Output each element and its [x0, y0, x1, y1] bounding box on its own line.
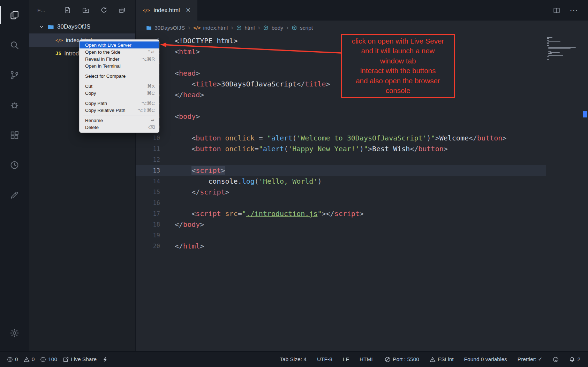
- code-line-9: 9: [136, 122, 546, 133]
- overview-ruler-marker[interactable]: [583, 111, 587, 117]
- smiley-icon: [553, 357, 559, 362]
- status-lightning[interactable]: [102, 357, 108, 362]
- breadcrumb-label: body: [271, 25, 283, 31]
- activity-bar-item-history[interactable]: [0, 150, 29, 180]
- status-warnings[interactable]: 0: [24, 356, 35, 362]
- status-errors[interactable]: 0: [7, 356, 18, 362]
- breadcrumb-label: script: [300, 25, 313, 31]
- status-text: UTF-8: [317, 356, 332, 362]
- line-content: <button onclick = "alert('Welcome to 30D…: [175, 133, 506, 144]
- split-editor-icon[interactable]: [553, 7, 560, 14]
- menu-item-copy[interactable]: Copy⌘C: [80, 90, 159, 97]
- html-file-icon: </>: [143, 8, 150, 13]
- status-notifications[interactable]: 2: [569, 356, 580, 362]
- breadcrumb: 30DaysOfJS›</>index.html›html›body›scrip…: [136, 21, 588, 35]
- code-line-7: 7: [136, 100, 546, 111]
- activity-bar-item-search[interactable]: [0, 30, 29, 60]
- code-line-8: 8<body>: [136, 111, 546, 122]
- status-eol[interactable]: LF: [343, 356, 349, 362]
- chevron-down-icon: [39, 24, 44, 30]
- menu-item-label: Open to the Side: [85, 49, 141, 55]
- menu-item-label: Delete: [85, 125, 143, 130]
- menu-item-shortcut: ⌃↵: [147, 49, 155, 55]
- tree-root-folder[interactable]: 30DaysOfJS: [29, 20, 135, 33]
- tab-bar: </> index.html × ⋯: [136, 0, 588, 21]
- root-folder-label: 30DaysOfJS: [57, 23, 90, 30]
- code-line-14: 14 console.log('Hello, World'): [136, 176, 546, 187]
- sidebar-toolbar: [64, 7, 126, 14]
- menu-item-label: Copy: [85, 91, 141, 96]
- live-share-icon: [63, 357, 69, 362]
- collapse-all-icon[interactable]: [119, 7, 126, 14]
- menu-item-shortcut: ⌥⌘R: [141, 56, 155, 62]
- status-encoding[interactable]: UTF-8: [317, 356, 332, 362]
- status-eslint[interactable]: ESLint: [430, 356, 454, 362]
- menu-item-open-to-the-side[interactable]: Open to the Side⌃↵: [80, 48, 159, 55]
- code-line-18: 18</body>: [136, 219, 546, 230]
- status-live-share[interactable]: Live Share: [63, 356, 97, 362]
- annotation-line: and it will launch a new: [342, 46, 454, 56]
- breadcrumb-html[interactable]: html: [236, 25, 255, 31]
- source-control-icon: [9, 70, 20, 80]
- line-number: 11: [136, 144, 160, 154]
- editor-actions: ⋯: [553, 0, 588, 21]
- status-text: ESLint: [438, 356, 454, 362]
- new-folder-icon[interactable]: [82, 7, 89, 14]
- status-variables[interactable]: Found 0 variables: [464, 356, 507, 362]
- debug-icon: [9, 100, 20, 110]
- html-file-icon: </>: [55, 38, 62, 43]
- bell-icon: [569, 357, 575, 362]
- status-prettier[interactable]: Prettier: ✓: [518, 356, 543, 362]
- menu-item-shortcut: ⌫: [148, 124, 155, 130]
- menu-item-delete[interactable]: Delete⌫: [80, 124, 159, 131]
- menu-item-copy-relative-path[interactable]: Copy Relative Path⌥⇧⌘C: [80, 107, 159, 114]
- breadcrumb-index-html[interactable]: </>index.html: [193, 25, 228, 31]
- menu-separator: [83, 115, 156, 115]
- error-icon: [7, 357, 13, 362]
- status-text: 100: [48, 356, 57, 362]
- line-number: 10: [136, 133, 160, 144]
- menu-item-reveal-in-finder[interactable]: Reveal in Finder⌥⌘R: [80, 55, 159, 62]
- breadcrumb-label: 30DaysOfJS: [154, 25, 185, 31]
- refresh-icon[interactable]: [100, 7, 107, 14]
- breadcrumb-script[interactable]: script: [292, 25, 313, 31]
- activity-bar-item-extensions[interactable]: [0, 120, 29, 150]
- breadcrumb-label: index.html: [203, 25, 228, 31]
- menu-item-rename[interactable]: Rename↵: [80, 117, 159, 124]
- explorer-icon: [9, 10, 20, 20]
- activity-bar-item-settings[interactable]: [0, 318, 29, 348]
- breadcrumb-body[interactable]: body: [263, 25, 283, 31]
- breadcrumb-label: html: [244, 25, 255, 31]
- tab-close-icon[interactable]: ×: [186, 6, 190, 14]
- menu-item-copy-path[interactable]: Copy Path⌥⌘C: [80, 100, 159, 107]
- minimap[interactable]: [547, 37, 579, 60]
- menu-item-cut[interactable]: Cut⌘X: [80, 83, 159, 90]
- new-file-icon[interactable]: [64, 7, 71, 14]
- code-line-11: 11 <button onclick="alert('Happy New Yea…: [136, 144, 546, 154]
- menu-item-open-in-terminal[interactable]: Open in Terminal: [80, 62, 159, 69]
- annotation-line: and also open the browser: [342, 76, 454, 86]
- activity-bar-item-debug[interactable]: [0, 90, 29, 120]
- folder-icon: [47, 24, 54, 30]
- status-text: HTML: [360, 356, 374, 362]
- menu-item-select-for-compare[interactable]: Select for Compare: [80, 72, 159, 79]
- more-actions-icon[interactable]: ⋯: [570, 6, 578, 15]
- line-content: <script>: [175, 165, 225, 176]
- status-tab-size[interactable]: Tab Size: 4: [280, 356, 307, 362]
- status-language-mode[interactable]: HTML: [360, 356, 374, 362]
- activity-bar-item-source-control[interactable]: [0, 60, 29, 90]
- line-number: 16: [136, 198, 160, 208]
- menu-separator: [83, 81, 156, 81]
- status-feedback-smiley[interactable]: [553, 357, 559, 362]
- status-port[interactable]: Port : 5500: [385, 356, 419, 362]
- code-line-20: 20</html>: [136, 241, 546, 252]
- status-text: Port : 5500: [393, 356, 419, 362]
- tab-index-html[interactable]: </> index.html ×: [136, 0, 197, 21]
- menu-item-open-with-live-server[interactable]: Open with Live Server: [80, 41, 159, 48]
- breadcrumb-separator: ›: [258, 24, 260, 31]
- symbol-icon: [236, 25, 242, 31]
- status-info[interactable]: 100: [40, 356, 57, 362]
- activity-bar-item-explorer[interactable]: [0, 0, 29, 30]
- activity-bar-item-feedback[interactable]: [0, 180, 29, 210]
- breadcrumb-30daysofjs[interactable]: 30DaysOfJS: [146, 25, 185, 31]
